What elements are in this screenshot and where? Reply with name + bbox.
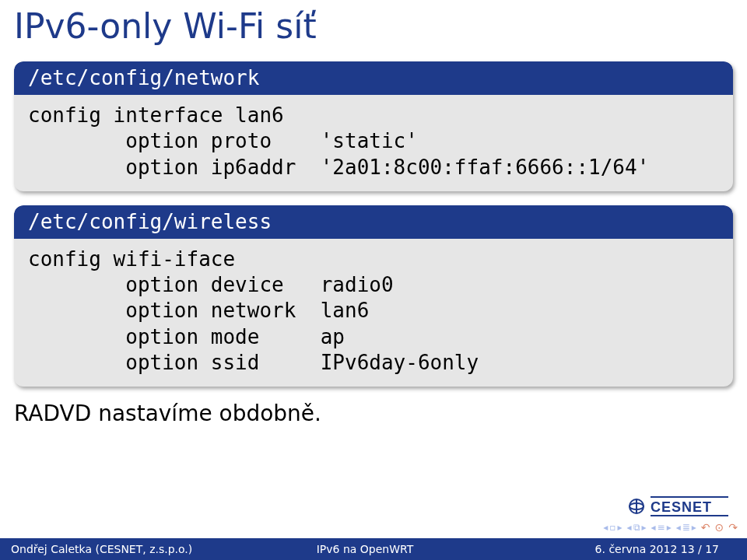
footer-title: IPv6 na OpenWRT (247, 543, 482, 555)
radvd-note: RADVD nastavíme obdobně. (0, 401, 747, 426)
footer-author: Ondřej Caletka (CESNET, z.s.p.o.) (0, 543, 247, 555)
nav-search-icon[interactable]: ⊙ (715, 521, 724, 534)
slide-footer: Ondřej Caletka (CESNET, z.s.p.o.) IPv6 n… (0, 538, 747, 560)
footer-page: 6. června 2012 13 / 17 (483, 543, 747, 555)
block-body-network: config interface lan6 option proto 'stat… (14, 95, 733, 191)
cesnet-logo: CESNET (626, 492, 730, 521)
nav-back-icon[interactable]: ↶ (701, 521, 710, 534)
block-header-network: /etc/config/network (14, 61, 733, 95)
wireless-config-block: /etc/config/wireless config wifi-iface o… (14, 205, 733, 387)
beamer-nav-icons: ◂▫▸ ◂⧉▸ ◂≡▸ ◂≣▸ ↶ ⊙ ↷ (603, 521, 738, 534)
nav-first-icon[interactable]: ◂▫▸ (603, 522, 622, 533)
block-header-wireless: /etc/config/wireless (14, 205, 733, 239)
nav-next-icon[interactable]: ◂≡▸ (651, 522, 672, 533)
logo-text: CESNET (651, 499, 712, 515)
nav-forward-icon[interactable]: ↷ (728, 521, 738, 534)
nav-last-icon[interactable]: ◂≣▸ (676, 522, 696, 533)
nav-prev-icon[interactable]: ◂⧉▸ (626, 522, 646, 533)
network-config-block: /etc/config/network config interface lan… (14, 61, 733, 191)
block-body-wireless: config wifi-iface option device radio0 o… (14, 239, 733, 387)
slide-title: IPv6-only Wi-Fi síť (0, 0, 747, 57)
